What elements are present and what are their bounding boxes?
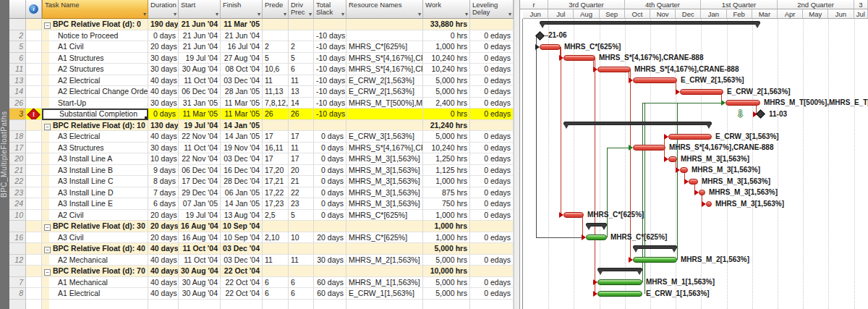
- cell-start[interactable]: 22 Nov '04: [179, 131, 221, 143]
- cell-slack[interactable]: -10 days: [314, 109, 346, 120]
- cell-delay[interactable]: 0 edays: [470, 176, 514, 187]
- cell-driv[interactable]: 20: [289, 165, 314, 177]
- cell-finish[interactable]: 22 Oct '04: [221, 266, 263, 277]
- cell-ind[interactable]: [26, 300, 42, 309]
- cell-slack[interactable]: 0 days: [314, 131, 346, 143]
- cell-start[interactable]: 21 Jun '04: [179, 41, 221, 53]
- timescale-month[interactable]: Mar: [752, 9, 778, 19]
- gantt-bar-critical[interactable]: [540, 44, 561, 50]
- cell-res[interactable]: MHRS_M_3[1,563%]: [346, 198, 423, 210]
- cell-start[interactable]: 19 Jul '04: [179, 210, 221, 221]
- cell-slack[interactable]: 20 days: [314, 232, 346, 244]
- cell-ind[interactable]: [26, 277, 42, 289]
- cell-work[interactable]: 5,000 hrs: [423, 131, 470, 143]
- cell-id[interactable]: [9, 266, 26, 277]
- cell-finish[interactable]: 03 Dec '04: [221, 243, 263, 255]
- cell-ind[interactable]: [26, 187, 42, 199]
- cell-work[interactable]: 21,240 hrs: [423, 120, 470, 132]
- cell-delay[interactable]: 0 edays: [470, 131, 514, 143]
- cell-finish[interactable]: 28 Dec '04: [221, 176, 263, 187]
- cell-finish[interactable]: 27 Aug '04: [221, 53, 263, 64]
- table-row[interactable]: 10A2 Civil20 days19 Jul '0413 Aug '042,5…: [9, 210, 514, 221]
- cell-finish[interactable]: 06 Jan '05: [221, 187, 263, 199]
- table-row[interactable]: 18A3 Electrical40 days22 Nov '0414 Jan '…: [9, 131, 514, 143]
- cell-pred[interactable]: 17,21: [263, 176, 289, 187]
- cell-start[interactable]: 19 Jul '04: [179, 53, 221, 64]
- table-row[interactable]: −BPC Relative Float (d): 4040 days11 Oct…: [9, 243, 514, 255]
- cell-driv[interactable]: 14: [289, 98, 314, 109]
- cell-res[interactable]: E_CRW_2[1,563%]: [346, 75, 423, 87]
- table-row[interactable]: −BPC Relative Float (d): 0190 days21 Jun…: [9, 19, 514, 30]
- cell-start[interactable]: 29 Dec '04: [179, 187, 221, 199]
- table-row[interactable]: 12A2 Mechanical40 days11 Oct '0403 Dec '…: [9, 255, 514, 266]
- cell-name[interactable]: A3 Install Line C: [42, 176, 148, 187]
- cell-name[interactable]: A2 Electrical: [42, 75, 148, 87]
- table-row[interactable]: 16A3 Civil20 days16 Aug '0410 Sep '042,1…: [9, 232, 514, 244]
- cell-pred[interactable]: 2,10: [263, 232, 289, 244]
- cell-delay[interactable]: 0 edays: [470, 143, 514, 154]
- cell-ind[interactable]: [26, 210, 42, 221]
- gantt-bar-noncritical[interactable]: [633, 257, 677, 263]
- cell-pred[interactable]: 6: [263, 277, 289, 289]
- summary-bar[interactable]: [633, 245, 677, 249]
- timescale-quarter[interactable]: r: [520, 0, 548, 9]
- filter-arrow-icon[interactable]: ▾: [309, 11, 312, 18]
- table-row[interactable]: 7A1 Mechanical40 days30 Aug '0422 Oct '0…: [9, 277, 514, 289]
- cell-res[interactable]: MHRS_M_3[1,563%]: [346, 176, 423, 187]
- cell-finish[interactable]: 16 Jul '04: [221, 41, 263, 53]
- gantt-bar-critical[interactable]: [689, 179, 698, 185]
- cell-work[interactable]: 1,125 hrs: [423, 165, 470, 177]
- column-header-res[interactable]: Resource Names▾: [346, 0, 423, 19]
- cell-ind[interactable]: !: [26, 109, 42, 120]
- timescale-month[interactable]: Jul: [548, 9, 574, 19]
- cell-driv[interactable]: 17: [289, 153, 314, 165]
- cell-res[interactable]: E_CRW_3[1,563%]: [346, 131, 423, 143]
- cell-id[interactable]: 18: [9, 131, 26, 143]
- cell-name[interactable]: A2 Civil: [42, 210, 148, 221]
- collapse-icon[interactable]: −: [44, 124, 51, 130]
- timescale-month[interactable]: Nov: [650, 9, 676, 19]
- cell-ind[interactable]: [26, 288, 42, 300]
- cell-name[interactable]: A3 Install Line D: [42, 187, 148, 199]
- cell-delay[interactable]: 0 edays: [470, 153, 514, 165]
- column-header-name[interactable]: Task Name▾: [42, 0, 148, 19]
- cell-start[interactable]: 06 Dec '04: [179, 86, 221, 98]
- timescale-month[interactable]: Jun: [523, 9, 548, 19]
- cell-name[interactable]: −BPC Relative Float (d): 0: [42, 19, 148, 30]
- cell-delay[interactable]: [470, 221, 514, 232]
- cell-delay[interactable]: [470, 19, 514, 30]
- cell-driv[interactable]: 11: [289, 255, 314, 266]
- gantt-bar-noncritical[interactable]: [586, 234, 607, 240]
- cell-work[interactable]: 0 hrs: [423, 30, 470, 42]
- cell-ind[interactable]: [26, 153, 42, 165]
- column-header-pred[interactable]: Prede▾: [263, 0, 289, 19]
- gantt-bar-critical[interactable]: [680, 167, 688, 173]
- column-header-delay[interactable]: Leveling Delay▾: [470, 0, 514, 19]
- cell-dur[interactable]: [148, 300, 179, 309]
- cell-driv[interactable]: 26: [289, 109, 314, 120]
- cell-driv[interactable]: 6: [289, 277, 314, 289]
- cell-id[interactable]: 5: [9, 41, 26, 53]
- cell-slack[interactable]: -10 days: [314, 64, 346, 75]
- cell-work[interactable]: 750 hrs: [423, 198, 470, 210]
- cell-dur[interactable]: 30 days: [148, 143, 179, 154]
- cell-id[interactable]: 6: [9, 53, 26, 64]
- table-row[interactable]: 21A3 Install Line B9 days06 Dec '0416 De…: [9, 165, 514, 177]
- column-header-work[interactable]: Work▾: [423, 0, 470, 19]
- cell-id[interactable]: [9, 120, 26, 132]
- cell-finish[interactable]: 03 Dec '04: [221, 153, 263, 165]
- cell-pred[interactable]: [263, 221, 289, 232]
- cell-name[interactable]: A1 Structures: [42, 53, 148, 64]
- timescale-quarter[interactable]: 3: [854, 0, 868, 9]
- cell-pred[interactable]: [263, 300, 289, 309]
- gantt-bar-noncritical[interactable]: [597, 279, 642, 285]
- cell-pred[interactable]: [263, 266, 289, 277]
- timescale-month[interactable]: Aug: [574, 9, 599, 19]
- cell-res[interactable]: MHRS_M_3[1,563%]: [346, 165, 423, 177]
- table-row[interactable]: −BPC Relative Float (d): 7040 days30 Aug…: [9, 266, 514, 277]
- cell-driv[interactable]: [289, 300, 314, 309]
- cell-finish[interactable]: 14 Jan '05: [221, 198, 263, 210]
- cell-id[interactable]: 3: [9, 109, 26, 120]
- cell-driv[interactable]: 21: [289, 176, 314, 187]
- cell-name[interactable]: A3 Civil: [42, 232, 148, 244]
